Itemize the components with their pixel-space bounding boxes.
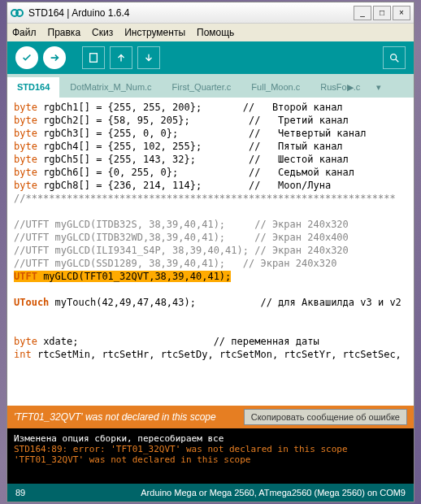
open-button[interactable]	[110, 46, 132, 69]
menu-tools[interactable]: Инструменты	[124, 27, 185, 38]
serial-monitor-button[interactable]	[383, 46, 406, 69]
output-console[interactable]: Изменена опция сборки, пересобираем все …	[7, 428, 414, 484]
arduino-icon	[11, 7, 24, 20]
tab-dropdown[interactable]: ▾	[371, 77, 387, 98]
save-button[interactable]	[137, 46, 160, 69]
tabs: STD164 DotMatrix_M_Num.c First_Quarter.c…	[7, 74, 414, 98]
line-number: 89	[15, 488, 25, 497]
maximize-button[interactable]: □	[373, 6, 391, 20]
svg-rect-2	[90, 54, 98, 63]
tab-std164[interactable]: STD164	[7, 77, 60, 98]
copy-error-button[interactable]: Скопировать сообщение об ошибке	[244, 409, 407, 425]
statusbar: 89 Arduino Mega or Mega 2560, ATmega2560…	[7, 484, 414, 502]
minimize-button[interactable]: _	[354, 6, 371, 20]
console-line: Изменена опция сборки, пересобираем все	[14, 433, 407, 444]
titlebar: STD164 | Arduino 1.6.4 _ □ ×	[7, 2, 414, 24]
menu-sketch[interactable]: Скиз	[92, 27, 113, 38]
window-title: STD164 | Arduino 1.6.4	[28, 7, 354, 19]
menu-edit[interactable]: Правка	[48, 27, 81, 38]
tab-fullmoon[interactable]: Full_Moon.c	[241, 77, 310, 98]
tab-dotmatrix[interactable]: DotMatrix_M_Num.c	[60, 77, 162, 98]
verify-button[interactable]	[15, 46, 38, 69]
window-buttons: _ □ ×	[354, 6, 410, 20]
error-bar: 'TFT01_32QVT' was not declared in this s…	[7, 406, 414, 428]
board-info: Arduino Mega or Mega 2560, ATmega2560 (M…	[141, 488, 406, 497]
console-line: 'TFT01_32QVT' was not declared in this s…	[14, 454, 407, 465]
code-editor[interactable]: byte rgbCh1[] = {255, 255, 200}; // Втор…	[7, 98, 414, 406]
close-button[interactable]: ×	[393, 6, 410, 20]
upload-button[interactable]	[43, 46, 66, 69]
menu-file[interactable]: Файл	[12, 27, 37, 38]
menubar: Файл Правка Скиз Инструменты Помощь	[7, 24, 414, 41]
console-line: STD164:89: error: 'TFT01_32QVT' was not …	[14, 444, 407, 454]
tab-rusfo[interactable]: RusFo▶.c	[310, 77, 371, 98]
toolbar	[7, 41, 414, 74]
svg-point-3	[391, 54, 397, 60]
new-button[interactable]	[82, 46, 105, 69]
error-message: 'TFT01_32QVT' was not declared in this s…	[14, 411, 244, 423]
tab-firstquarter[interactable]: First_Quarter.c	[163, 77, 242, 98]
menu-help[interactable]: Помощь	[197, 27, 234, 38]
app-window: STD164 | Arduino 1.6.4 _ □ × Файл Правка…	[7, 2, 414, 502]
